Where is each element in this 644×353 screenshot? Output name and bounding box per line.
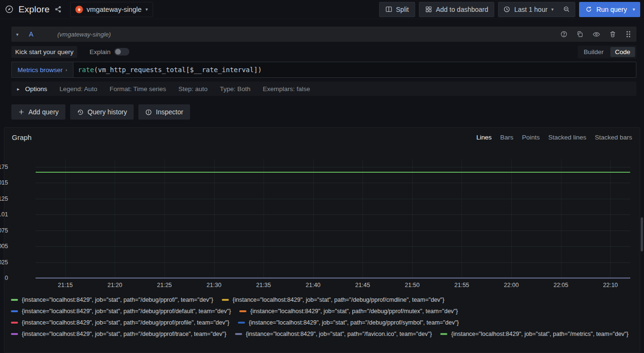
legend-swatch xyxy=(11,310,18,312)
gridline-vertical xyxy=(263,159,264,278)
chevron-down-icon[interactable]: ▾ xyxy=(631,7,637,12)
legend-item[interactable]: {instance="localhost:8429", job="stat", … xyxy=(239,306,458,317)
query-options-row[interactable]: ▸ Options Legend: Auto Format: Time seri… xyxy=(11,82,636,96)
prometheus-icon xyxy=(75,6,83,13)
trash-icon[interactable] xyxy=(609,30,617,38)
builder-mode-option[interactable]: Builder xyxy=(579,47,608,57)
query-ref-id: A xyxy=(29,30,57,38)
gridline-vertical xyxy=(65,159,66,278)
scrollbar-thumb[interactable] xyxy=(641,217,643,251)
time-range-picker[interactable]: Last 1 hour ▾ xyxy=(499,2,558,17)
toggle-knob xyxy=(115,49,121,55)
add-to-dashboard-label: Add to dashboard xyxy=(436,6,489,13)
gridline-horizontal xyxy=(36,183,630,183)
legend-label[interactable]: {instance="localhost:8429", job="stat", … xyxy=(22,319,229,326)
chevron-down-icon: ▾ xyxy=(551,7,553,12)
x-axis: 21:1521:2021:2521:3021:3521:4021:4521:50… xyxy=(36,279,630,290)
query-row-header: ▾ A (vmgateway-single) xyxy=(11,27,636,42)
help-icon[interactable] xyxy=(560,30,568,38)
explain-toggle[interactable] xyxy=(114,48,129,56)
legend-item[interactable]: {instance="localhost:8429", job="stat", … xyxy=(11,306,231,317)
run-query-button[interactable]: Run query ▾ xyxy=(579,2,640,17)
y-tick-label: 0.0125 xyxy=(0,195,8,202)
split-label: Split xyxy=(396,6,409,13)
legend-label[interactable]: {instance="localhost:8429", job="stat", … xyxy=(246,331,432,337)
legend-label[interactable]: {instance="localhost:8429", job="stat", … xyxy=(22,308,231,315)
gridline-vertical xyxy=(363,159,363,278)
gridline-horizontal xyxy=(36,199,630,199)
metrics-browser-button[interactable]: Metrics browser › xyxy=(11,62,73,78)
inspector-label: Inspector xyxy=(156,108,183,116)
graph-style-switch: Lines Bars Points Stacked lines Stacked … xyxy=(476,134,632,141)
gridline-horizontal xyxy=(36,262,630,263)
add-to-dashboard-button[interactable]: Add to dashboard xyxy=(419,2,495,17)
drag-handle-icon[interactable] xyxy=(625,30,632,38)
legend-item[interactable]: {instance="localhost:8429", job="stat", … xyxy=(11,294,213,306)
promql-function: rate xyxy=(78,66,94,74)
x-tick-label: 21:55 xyxy=(454,282,469,288)
x-tick-label: 22:00 xyxy=(504,282,518,288)
x-tick-label: 21:20 xyxy=(108,282,122,288)
x-tick-label: 21:50 xyxy=(405,282,419,288)
legend-swatch xyxy=(11,333,18,335)
legend-label[interactable]: {instance="localhost:8429", job="stat", … xyxy=(250,308,458,315)
graph-mode-points[interactable]: Points xyxy=(522,134,540,141)
query-expression-input[interactable]: rate(vm_http_requests_total[$__rate_inte… xyxy=(73,62,636,78)
chevron-right-icon: › xyxy=(65,67,67,73)
page-title: Explore xyxy=(18,4,50,15)
kick-start-query-button[interactable]: Kick start your query xyxy=(11,46,77,58)
x-tick-label: 21:25 xyxy=(157,282,172,288)
legend-item[interactable]: {instance="localhost:8429", job="stat", … xyxy=(235,328,432,340)
zoom-out-button[interactable] xyxy=(558,2,575,17)
y-tick-label: 0.0175 xyxy=(0,164,8,170)
options-chevron-icon: ▸ xyxy=(17,86,19,92)
options-label: Options xyxy=(25,85,47,93)
y-tick-label: 0.005 xyxy=(0,243,8,250)
legend-label[interactable]: {instance="localhost:8429", job="stat", … xyxy=(233,297,444,303)
x-tick-label: 21:30 xyxy=(207,282,221,288)
time-series-chart[interactable]: 00.00250.0050.00750.010.01250.0150.0175 xyxy=(12,159,630,278)
duplicate-icon[interactable] xyxy=(576,30,584,38)
series-line xyxy=(36,172,630,173)
eye-icon[interactable] xyxy=(592,30,600,38)
legend-item[interactable]: {instance="localhost:8429", job="stat", … xyxy=(440,328,628,340)
graph-mode-lines[interactable]: Lines xyxy=(476,134,491,141)
legend: {instance="localhost:8429", job="stat", … xyxy=(11,294,635,340)
gridline-vertical xyxy=(115,159,115,278)
legend-swatch xyxy=(11,299,18,301)
code-mode-option[interactable]: Code xyxy=(610,47,635,57)
datasource-name: vmgateway-single xyxy=(87,6,142,13)
legend-swatch xyxy=(222,299,229,301)
graph-mode-stacked-bars[interactable]: Stacked bars xyxy=(595,134,632,141)
split-button[interactable]: Split xyxy=(379,2,415,17)
y-axis: 00.00250.0050.00750.010.01250.0150.0175 xyxy=(0,159,12,278)
add-query-button[interactable]: Add query xyxy=(11,104,65,120)
legend-label[interactable]: {instance="localhost:8429", job="stat", … xyxy=(451,331,628,337)
inspector-button[interactable]: Inspector xyxy=(138,104,190,120)
legend-swatch xyxy=(238,322,245,324)
query-history-button[interactable]: Query history xyxy=(70,104,134,120)
legend-label[interactable]: {instance="localhost:8429", job="stat", … xyxy=(22,331,227,337)
graph-mode-bars[interactable]: Bars xyxy=(500,134,514,141)
zoom-out-icon xyxy=(563,6,570,13)
query-patterns-row: Kick start your query Explain Builder Co… xyxy=(11,45,636,59)
y-tick-label: 0 xyxy=(5,275,8,281)
gridline-vertical xyxy=(511,159,512,278)
legend-item[interactable]: {instance="localhost:8429", job="stat", … xyxy=(11,328,227,340)
legend-item[interactable]: {instance="localhost:8429", job="stat", … xyxy=(11,317,229,328)
explore-page: Explore vmgateway-single ▾ xyxy=(0,0,644,353)
x-tick-label: 22:10 xyxy=(603,282,618,288)
collapse-chevron-icon[interactable]: ▾ xyxy=(16,32,18,37)
datasource-picker[interactable]: vmgateway-single ▾ xyxy=(70,2,153,17)
legend-label[interactable]: {instance="localhost:8429", job="stat", … xyxy=(22,297,213,303)
legend-label[interactable]: {instance="localhost:8429", job="stat", … xyxy=(249,319,459,326)
y-tick-label: 0.01 xyxy=(0,211,8,218)
time-controls: Last 1 hour ▾ xyxy=(498,2,575,17)
graph-mode-stacked-lines[interactable]: Stacked lines xyxy=(548,134,586,141)
graph-panel: Graph Lines Bars Points Stacked lines St… xyxy=(4,127,640,353)
share-icon[interactable] xyxy=(54,6,62,13)
gridline-horizontal xyxy=(36,214,630,215)
legend-item[interactable]: {instance="localhost:8429", job="stat", … xyxy=(238,317,459,328)
legend-item[interactable]: {instance="localhost:8429", job="stat", … xyxy=(222,294,444,306)
plot-area[interactable] xyxy=(36,159,630,278)
